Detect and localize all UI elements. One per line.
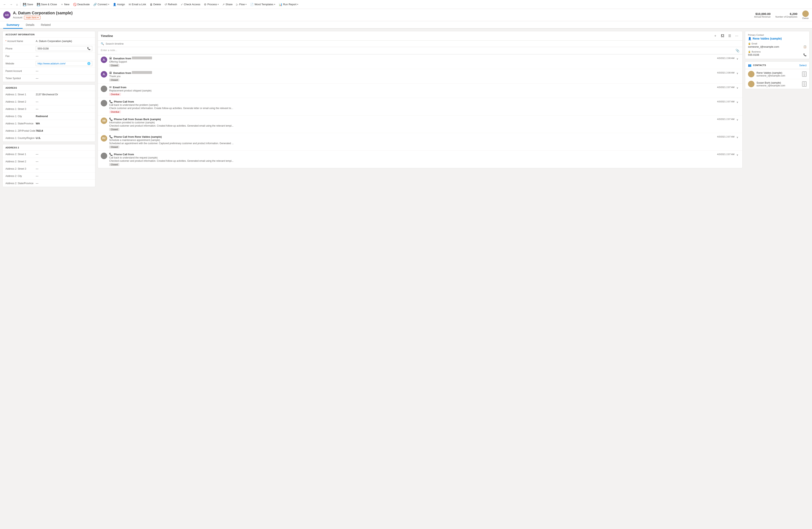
run-report-label: Run Report	[283, 3, 296, 6]
timeline-item-content: ✉ Email from Replacement product shipped…	[109, 86, 713, 96]
timeline-more-button[interactable]: ⋯	[734, 33, 740, 38]
timeline-item-content: 🏛 Donation from Thank you Closed	[109, 71, 713, 81]
field-ticker-symbol: Ticker Symbol ---	[3, 74, 95, 82]
connect-button[interactable]: 🔗 Connect ▾	[92, 2, 111, 7]
timeline-add-button[interactable]: ＋	[712, 33, 718, 38]
right-column: Primary Contact 👤 Rene Valdes (sample) 🔒…	[745, 31, 810, 529]
timeline-search-input[interactable]	[105, 42, 740, 45]
deactivate-button[interactable]: 🚫 Deactivate	[71, 2, 91, 7]
timeline-avatar	[101, 86, 107, 92]
refresh-icon: ↺	[164, 3, 167, 6]
field-a2-state: Address 2: State/Province ---	[3, 180, 95, 187]
timeline-item-desc: Checked customer and product information…	[109, 159, 713, 162]
timeline-item-expand[interactable]: ∨	[735, 71, 740, 75]
share-label: Share	[226, 3, 233, 6]
assign-icon: 👤	[113, 3, 116, 6]
timeline-list-button[interactable]: ☰	[727, 33, 732, 38]
tab-summary[interactable]: Summary	[3, 21, 23, 29]
timeline-item: ✉ Email from Replacement product shipped…	[98, 83, 742, 98]
new-icon: ＋	[61, 3, 63, 6]
run-report-button[interactable]: 📊 Run Report ▾	[277, 2, 300, 7]
field-fax: Fax ---	[3, 52, 95, 60]
form-badge[interactable]: main form ▾	[24, 16, 40, 19]
contact-icon: 👤	[748, 37, 751, 40]
connect-label: Connect	[98, 3, 107, 6]
timeline-item-expand[interactable]: ∨	[735, 153, 740, 157]
flow-icon: ▷	[236, 3, 238, 6]
run-report-arrow-icon: ▾	[297, 3, 298, 5]
timeline-item-expand[interactable]: ∨	[735, 86, 740, 90]
home-icon: ⌂	[16, 3, 18, 6]
timeline-filter-button[interactable]: ⛾	[720, 34, 725, 38]
check-access-button[interactable]: ✓ Check Access	[179, 2, 202, 7]
flow-button[interactable]: ▷ Flow ▾	[235, 2, 248, 7]
assign-button[interactable]: 👤 Assign	[111, 2, 127, 7]
share-button[interactable]: ↗ Share	[221, 2, 234, 7]
timeline-item: JL 🏛 Donation from Thank you Closed 4/3/…	[98, 69, 742, 83]
delete-button[interactable]: 🗑 Delete	[148, 2, 163, 7]
contact-name: Rene Valdes (sample)	[756, 71, 800, 74]
timeline-item-expand[interactable]: ∨	[735, 100, 740, 104]
primary-contact-name-link[interactable]: 👤 Rene Valdes (sample)	[748, 37, 807, 40]
timeline-item-subtitle: Call back to understand the problem (sam…	[109, 103, 713, 106]
check-access-icon: ✓	[181, 3, 183, 6]
timeline-timestamp: 4/3/2021 2:07 AM	[717, 153, 735, 156]
back-icon: ←	[3, 3, 6, 6]
timeline-avatar	[101, 153, 107, 159]
email-copy-icon[interactable]: 📋	[803, 45, 807, 48]
note-placeholder-text[interactable]: Enter a note...	[101, 49, 734, 52]
email-link-icon: ✉	[129, 3, 131, 6]
timeline-title: Timeline	[101, 34, 113, 38]
phone-icon[interactable]: 📞	[803, 53, 807, 56]
back-button[interactable]: ←	[2, 2, 8, 7]
process-icon: ⚙	[204, 3, 206, 6]
email-icon: ✉	[109, 86, 112, 89]
employees-stat: 6,200 Number of Employees	[775, 12, 797, 18]
email-value: someone_i@example.com	[748, 45, 779, 48]
new-button[interactable]: ＋ New	[59, 2, 71, 7]
save-button[interactable]: 💾 Save	[21, 2, 35, 7]
flow-arrow-icon: ▾	[246, 3, 247, 5]
form-badge-chevron-icon: ▾	[37, 16, 39, 19]
timeline-item-desc: Scheduled an appointment with the custom…	[109, 142, 713, 145]
contacts-title: CONTACTS	[753, 64, 766, 67]
field-phone[interactable]: Phone 555-0158 📞	[3, 45, 95, 52]
website-link[interactable]: http://www.adatum.com/	[38, 62, 66, 65]
email-link-button[interactable]: ✉ Email a Link	[127, 2, 148, 7]
word-templates-label: Word Templates	[255, 3, 273, 6]
home-button[interactable]: ⌂	[15, 2, 19, 7]
save-close-button[interactable]: 💾 Save & Close	[35, 2, 59, 7]
timeline-item-subtitle: Offering Support	[109, 60, 713, 63]
contact-item-more-button[interactable]: ⋮	[802, 81, 807, 87]
timeline-item-expand[interactable]: ∨	[735, 135, 740, 139]
timeline-timestamp: 4/3/2021 2:07 AM	[717, 135, 735, 138]
contact-item-more-button[interactable]: ⋮	[802, 71, 807, 77]
field-country: Address 1: Country/Region U.S.	[3, 134, 95, 142]
phone-call-icon: 📞	[109, 100, 113, 103]
deactivate-label: Deactivate	[77, 3, 90, 6]
lock-icon: 🔒	[748, 42, 751, 45]
timeline-item: RV 📞 Phone Call from Rene Valdes (sample…	[98, 133, 742, 151]
tab-details[interactable]: Details	[23, 21, 38, 29]
timeline-item-expand[interactable]: ∨	[735, 118, 740, 121]
phone-call-icon: 📞	[109, 135, 113, 138]
contacts-select-button[interactable]: Select	[799, 64, 807, 67]
annual-revenue-label: Annual Revenue	[754, 16, 770, 18]
record-header: AD A. Datum Corporation (sample) Account…	[0, 9, 812, 21]
tab-related[interactable]: Related	[38, 21, 54, 29]
timeline-card: Timeline ＋ ⛾ ☰ ⋯ 🔍 Enter a note... 📎 JL	[98, 31, 742, 168]
word-templates-button[interactable]: 📄 Word Templates ▾	[248, 2, 277, 7]
annual-revenue-stat: $10,000.00 Annual Revenue	[754, 12, 770, 18]
contact-list-item: Susan Burk (sample) someone_i@example.co…	[745, 79, 809, 89]
connect-arrow-icon: ▾	[108, 3, 109, 5]
business-value: 555-0108	[748, 53, 759, 56]
forward-button[interactable]: →	[8, 2, 14, 7]
address2-section: ADDRESS 2 Address 2: Street 1 --- Addres…	[2, 144, 95, 187]
timeline-item-expand[interactable]: ∨	[735, 57, 740, 60]
timeline-item: JL 🏛 Donation from Offering Support Clos…	[98, 54, 742, 69]
timeline-timestamp: 4/3/2021 2:08 AM	[717, 57, 735, 59]
primary-contact-name: Rene Valdes (sample)	[753, 37, 782, 40]
refresh-button[interactable]: ↺ Refresh	[163, 2, 179, 7]
timeline-avatar	[101, 100, 107, 106]
process-button[interactable]: ⚙ Process ▾	[202, 2, 220, 7]
